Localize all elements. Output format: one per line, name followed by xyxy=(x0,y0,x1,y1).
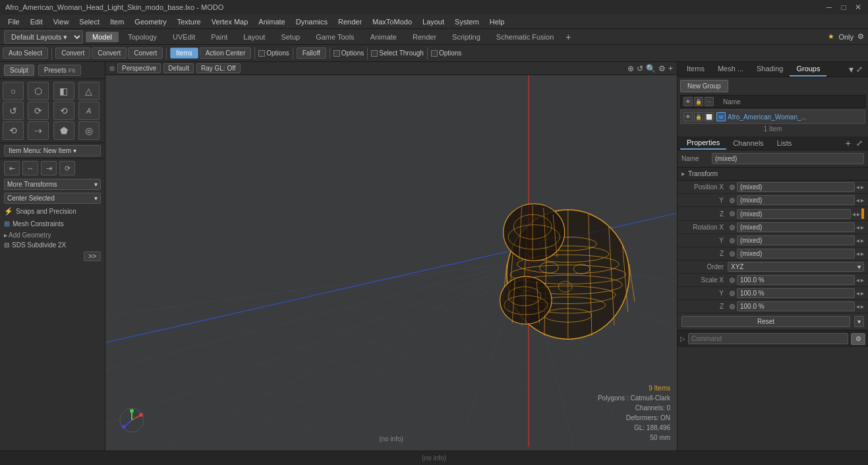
position-z-left-arrow[interactable]: ◂ xyxy=(852,210,855,218)
position-x-left-arrow[interactable]: ◂ xyxy=(856,183,859,191)
item-menu-button[interactable]: Item Menu: New Item ▾ xyxy=(4,145,101,156)
maximize-button[interactable]: □ xyxy=(839,3,848,12)
options-checkbox-3[interactable] xyxy=(431,50,438,57)
more-transforms-dropdown[interactable]: More Transforms ▾ xyxy=(4,179,101,190)
position-x-field[interactable] xyxy=(737,182,855,192)
layout-add-button[interactable]: + xyxy=(565,32,571,42)
options-checkbox-1[interactable] xyxy=(258,50,265,57)
options-check-2[interactable]: Options xyxy=(333,49,364,57)
sds-subdivide-button[interactable]: ⊟ SDS Subdivide 2X xyxy=(0,240,105,250)
viewport[interactable]: Perspective Default Ray GL: Off ⊕ ↺ 🔍 ⚙ … xyxy=(105,62,677,450)
rotation-z-right-arrow[interactable]: ▸ xyxy=(861,250,864,257)
layout-dropdown[interactable]: Default Layouts ▾ xyxy=(4,30,83,44)
reset-arrow-button[interactable]: ▾ xyxy=(854,316,864,327)
scale-z-field[interactable] xyxy=(737,301,855,311)
item-lock-button[interactable]: 🔒 xyxy=(694,112,703,121)
tool-diamond[interactable]: ⬟ xyxy=(53,121,74,140)
layout-tab-model[interactable]: Model xyxy=(86,32,119,42)
order-field[interactable]: XYZ ▾ xyxy=(728,262,864,272)
rotation-y-right-arrow[interactable]: ▸ xyxy=(861,237,864,244)
presets-button[interactable]: Presets F6 xyxy=(38,65,81,76)
command-input[interactable] xyxy=(688,333,848,344)
position-z-right-arrow[interactable]: ▸ xyxy=(857,210,860,218)
tool-cube[interactable]: ⬡ xyxy=(28,82,49,100)
layout-tab-schematic[interactable]: Schematic Fusion xyxy=(490,32,560,42)
expand-button[interactable]: >> xyxy=(84,251,101,261)
command-go-button[interactable]: ⚙ xyxy=(851,333,865,345)
transform-icon-2[interactable]: ↔ xyxy=(22,161,38,175)
menu-maxtomodo[interactable]: MaxToModo xyxy=(367,16,417,27)
scale-y-left-arrow[interactable]: ◂ xyxy=(856,290,859,297)
layout-tab-scripting[interactable]: Scripting xyxy=(446,32,487,42)
convert-button-2[interactable]: Convert xyxy=(92,47,127,59)
position-x-dot[interactable] xyxy=(730,185,735,190)
perspective-label[interactable]: Perspective xyxy=(117,63,161,73)
scale-y-dot[interactable] xyxy=(730,291,735,296)
tab-items[interactable]: Items xyxy=(680,62,711,77)
tool-cone[interactable]: △ xyxy=(78,82,100,100)
transform-icon-4[interactable]: ⟳ xyxy=(59,161,75,175)
position-y-dot[interactable] xyxy=(730,198,735,203)
options-checkbox-2[interactable] xyxy=(333,50,340,57)
convert-button-3[interactable]: Convert xyxy=(128,47,163,59)
tool-sphere[interactable]: ○ xyxy=(3,82,24,100)
mesh-constraints-item[interactable]: ⊞ Mesh Constraints xyxy=(0,218,105,230)
tool-spin[interactable]: ⟲ xyxy=(3,121,24,140)
menu-edit[interactable]: Edit xyxy=(25,16,48,27)
options-check-3[interactable]: Options xyxy=(431,49,461,57)
menu-layout[interactable]: Layout xyxy=(417,16,449,27)
tool-move[interactable]: ⇢ xyxy=(28,121,49,140)
rotation-x-right-arrow[interactable]: ▸ xyxy=(861,224,864,231)
add-geometry-header[interactable]: ▸ Add Geometry xyxy=(0,230,105,240)
select-through-checkbox[interactable] xyxy=(371,50,378,57)
action-center-button[interactable]: Action Center xyxy=(200,47,252,59)
props-tab-channels[interactable]: Channels xyxy=(726,137,770,149)
rotation-z-dot[interactable] xyxy=(730,251,735,257)
auto-select-button[interactable]: Auto Select xyxy=(3,47,48,59)
tool-tumble[interactable]: ⟲ xyxy=(53,102,74,120)
close-button[interactable]: ✕ xyxy=(854,3,863,12)
center-selected-dropdown[interactable]: Center Selected ▾ xyxy=(4,193,101,204)
scale-x-left-arrow[interactable]: ◂ xyxy=(856,276,859,284)
rotation-z-left-arrow[interactable]: ◂ xyxy=(856,250,859,257)
name-input[interactable] xyxy=(712,153,864,164)
sculpt-button[interactable]: Sculpt xyxy=(4,65,34,76)
viewport-expand-icon[interactable]: + xyxy=(668,64,673,73)
viewport-orient-icon[interactable]: ⊕ xyxy=(627,64,634,73)
snaps-precision-item[interactable]: ⚡ Snaps and Precision xyxy=(0,205,105,218)
layout-tab-setup[interactable]: Setup xyxy=(274,32,306,42)
select-through-check[interactable]: Select Through xyxy=(371,49,424,57)
menu-item[interactable]: Item xyxy=(105,16,129,27)
new-group-button[interactable]: New Group xyxy=(680,80,728,92)
scale-y-right-arrow[interactable]: ▸ xyxy=(861,290,864,297)
position-y-field[interactable] xyxy=(737,195,855,205)
position-x-right-arrow[interactable]: ▸ xyxy=(861,183,864,191)
rotation-z-field[interactable] xyxy=(737,249,855,259)
props-tab-properties[interactable]: Properties xyxy=(680,137,726,150)
layout-tab-topology[interactable]: Topology xyxy=(121,32,163,42)
menu-select[interactable]: Select xyxy=(74,16,105,27)
position-z-field[interactable] xyxy=(737,209,851,219)
right-panel-expand[interactable]: ⤢ xyxy=(854,65,865,74)
falloff-button[interactable]: Falloff xyxy=(297,47,326,59)
props-expand-button[interactable]: ⤢ xyxy=(854,139,865,148)
menu-vertex-map[interactable]: Vertex Map xyxy=(206,16,254,27)
viewport-canvas[interactable]: 9 Items Polygons : Catmull-Clark Channel… xyxy=(105,75,677,447)
menu-file[interactable]: File xyxy=(3,16,25,27)
list-more-button[interactable]: ⋯ xyxy=(705,97,714,106)
props-add-button[interactable]: + xyxy=(843,138,854,148)
layout-tab-render[interactable]: Render xyxy=(406,32,443,42)
menu-render[interactable]: Render xyxy=(333,16,367,27)
scale-z-left-arrow[interactable]: ◂ xyxy=(856,303,859,310)
menu-texture[interactable]: Texture xyxy=(172,16,206,27)
props-tab-lists[interactable]: Lists xyxy=(770,137,799,149)
rotation-y-dot[interactable] xyxy=(730,238,735,243)
menu-view[interactable]: View xyxy=(48,16,74,27)
layout-tab-uvedit[interactable]: UVEdit xyxy=(166,32,202,42)
layout-tab-paint[interactable]: Paint xyxy=(204,32,234,42)
viewport-search-icon[interactable]: 🔍 xyxy=(646,64,656,73)
rotation-x-left-arrow[interactable]: ◂ xyxy=(856,224,859,231)
scale-x-right-arrow[interactable]: ▸ xyxy=(861,276,864,284)
scale-x-dot[interactable] xyxy=(730,278,735,283)
viewport-settings-icon[interactable]: ⚙ xyxy=(658,64,666,73)
